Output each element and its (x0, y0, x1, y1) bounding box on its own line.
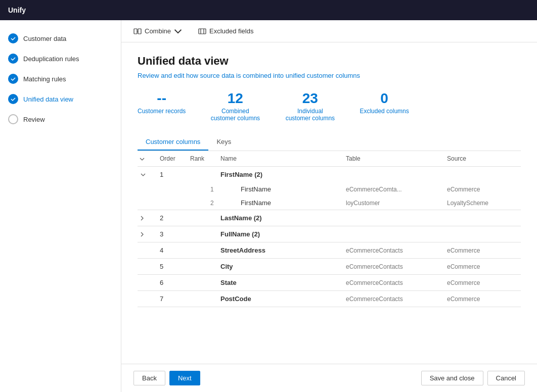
order-postcode: 7 (158, 295, 188, 303)
chevron-right-lastname[interactable] (140, 215, 145, 222)
svg-rect-0 (134, 29, 137, 34)
sidebar-label-review: Review (23, 116, 45, 123)
app-title: Unify (8, 6, 26, 14)
table-row-city[interactable]: 5 City eCommerceContacts eCommerce (138, 259, 521, 274)
col-header-rank: Rank (188, 155, 218, 162)
row-group-state: 6 State eCommerceContacts eCommerce (138, 275, 521, 291)
table-sub-row-firstname-2[interactable]: 2 FirstName loyCustomer LoyaltyScheme (138, 196, 521, 210)
source-streetaddress: eCommerce (445, 247, 521, 254)
stat-label-combined: Combined customer columns (210, 108, 260, 122)
footer-left: Back Next (133, 371, 200, 385)
excluded-fields-label: Excluded fields (209, 27, 253, 35)
check-icon-matching (8, 74, 18, 84)
check-icon-customer-data (8, 33, 18, 43)
order-city: 5 (158, 263, 188, 270)
back-button[interactable]: Back (133, 371, 165, 385)
stat-label-customer-records: Customer records (138, 108, 186, 115)
table-sub-2: loyCustomer (344, 200, 445, 207)
col-header-source: Source (445, 155, 521, 162)
table-row-firstname[interactable]: 1 FirstName (2) (138, 167, 521, 182)
sidebar-item-review[interactable]: Review (0, 109, 121, 129)
col-header-order: Order (158, 155, 188, 162)
table-postcode: eCommerceContacts (344, 296, 445, 303)
excluded-fields-button[interactable]: Excluded fields (194, 25, 257, 37)
table-streetaddress: eCommerceContacts (344, 247, 445, 254)
sidebar-item-matching-rules[interactable]: Matching rules (0, 69, 121, 89)
name-city: City (218, 263, 344, 270)
table-row-postcode[interactable]: 7 PostCode eCommerceContacts eCommerce (138, 291, 521, 307)
chevron-down-firstname[interactable] (140, 172, 147, 177)
name-fullname: FullName (2) (218, 230, 344, 238)
name-lastname: LastName (2) (218, 214, 344, 222)
sidebar-label-unified: Unified data view (23, 95, 73, 103)
sidebar-item-customer-data[interactable]: Customer data (0, 28, 121, 48)
expand-btn-fullname[interactable] (138, 231, 158, 238)
stat-value-combined: 12 (228, 91, 243, 106)
stats-row: -- Customer records 12 Combined customer… (138, 91, 521, 122)
svg-rect-2 (199, 29, 206, 34)
table-row-state[interactable]: 6 State eCommerceContacts eCommerce (138, 275, 521, 290)
order-streetaddress: 4 (158, 247, 188, 254)
table-sub-row-firstname-1[interactable]: 1 FirstName eCommerceComta... eCommerce (138, 182, 521, 196)
name-firstname: FirstName (2) (218, 171, 344, 178)
page-title: Unified data view (138, 55, 521, 68)
top-bar: Unify (0, 0, 537, 20)
name-sub-2: FirstName (239, 199, 344, 207)
chevron-right-fullname[interactable] (140, 231, 145, 238)
cancel-button[interactable]: Cancel (487, 371, 525, 385)
stat-excluded-columns: 0 Excluded columns (360, 91, 409, 122)
footer: Back Next Save and close Cancel (121, 364, 537, 392)
name-state: State (218, 279, 344, 286)
stat-value-individual: 23 (302, 91, 318, 106)
chevron-down-icon (174, 27, 182, 35)
page-content: Unified data view Review and edit how so… (121, 42, 537, 364)
source-sub-1: eCommerce (445, 186, 521, 193)
sidebar: Customer data Deduplication rules Matchi… (0, 20, 121, 392)
combine-label: Combine (145, 27, 171, 35)
table-city: eCommerceContacts (344, 263, 445, 270)
next-button[interactable]: Next (169, 371, 200, 385)
sidebar-label-matching: Matching rules (23, 75, 66, 83)
empty-circle-review (8, 114, 18, 124)
tab-customer-columns[interactable]: Customer columns (138, 134, 208, 151)
combine-button[interactable]: Combine (129, 25, 186, 37)
check-icon-unified (8, 94, 18, 104)
rank-sub-2: 2 (208, 200, 239, 207)
table-row-streetaddress[interactable]: 4 StreetAddress eCommerceContacts eComme… (138, 242, 521, 258)
check-icon-deduplication (8, 54, 18, 64)
order-lastname: 2 (158, 214, 188, 222)
row-group-lastname: 2 LastName (2) (138, 210, 521, 226)
table-row-lastname[interactable]: 2 LastName (2) (138, 210, 521, 226)
stat-individual-columns: 23 Individual customer columns (285, 91, 335, 122)
table-row-fullname[interactable]: 3 FullName (2) (138, 226, 521, 242)
stat-label-individual: Individual customer columns (285, 108, 335, 122)
name-streetaddress: StreetAddress (218, 247, 344, 254)
row-group-firstname: 1 FirstName (2) 1 FirstName eC (138, 167, 521, 210)
tab-keys[interactable]: Keys (208, 134, 239, 151)
combine-icon (133, 27, 142, 35)
order-firstname: 1 (158, 171, 188, 178)
name-postcode: PostCode (218, 295, 344, 303)
rank-sub-1: 1 (208, 186, 239, 193)
order-state: 6 (158, 279, 188, 286)
stat-combined-columns: 12 Combined customer columns (210, 91, 260, 122)
excluded-fields-icon (198, 27, 206, 35)
sidebar-item-unified-data-view[interactable]: Unified data view (0, 89, 121, 109)
row-group-city: 5 City eCommerceContacts eCommerce (138, 259, 521, 275)
table-state: eCommerceContacts (344, 279, 445, 286)
table-sub-1: eCommerceComta... (344, 186, 445, 193)
col-header-name: Name (218, 155, 344, 162)
expand-btn-firstname[interactable] (138, 172, 158, 177)
expand-btn-lastname[interactable] (138, 215, 158, 222)
source-city: eCommerce (445, 263, 521, 270)
source-sub-2: LoyaltyScheme (445, 200, 521, 207)
save-close-button[interactable]: Save and close (421, 371, 483, 385)
source-state: eCommerce (445, 279, 521, 286)
page-subtitle: Review and edit how source data is combi… (138, 72, 521, 79)
sidebar-item-deduplication-rules[interactable]: Deduplication rules (0, 48, 121, 69)
source-postcode: eCommerce (445, 296, 521, 303)
name-sub-1: FirstName (239, 185, 344, 193)
row-group-fullname: 3 FullName (2) (138, 226, 521, 242)
sidebar-label-customer-data: Customer data (23, 35, 66, 42)
table-container: Order Rank Name Table Source (138, 151, 521, 307)
